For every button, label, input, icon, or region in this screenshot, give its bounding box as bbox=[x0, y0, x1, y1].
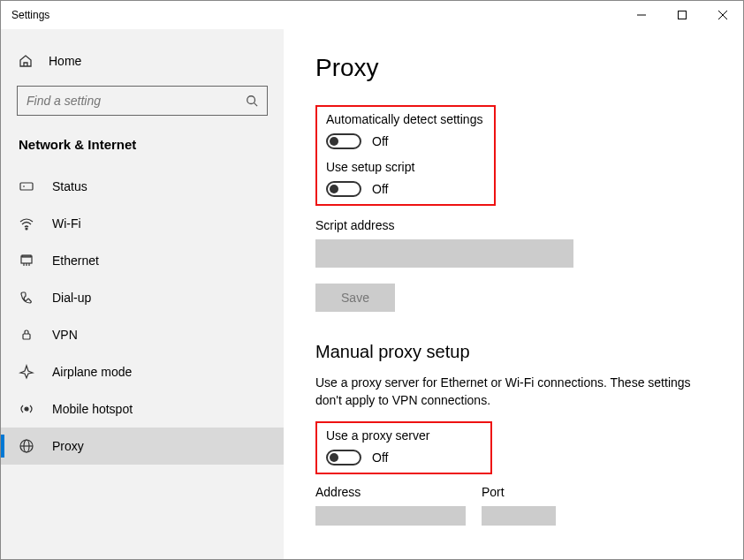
status-icon bbox=[19, 178, 34, 194]
maximize-icon bbox=[678, 11, 687, 19]
use-script-toggle[interactable] bbox=[326, 181, 361, 197]
script-address-input bbox=[315, 239, 573, 268]
airplane-icon bbox=[19, 364, 34, 380]
svg-point-4 bbox=[247, 96, 255, 104]
port-input bbox=[482, 506, 556, 526]
sidebar-item-label: Proxy bbox=[52, 439, 84, 453]
script-address-label: Script address bbox=[315, 218, 711, 232]
save-button: Save bbox=[315, 284, 395, 312]
sidebar-item-label: VPN bbox=[52, 328, 78, 342]
main-panel: Proxy Automatically detect settings Off … bbox=[284, 29, 743, 559]
minimize-button[interactable] bbox=[621, 1, 662, 29]
dialup-icon bbox=[19, 290, 34, 306]
highlight-auto-section: Automatically detect settings Off Use se… bbox=[315, 105, 496, 206]
home-icon bbox=[19, 54, 33, 68]
search-input[interactable] bbox=[27, 94, 246, 108]
svg-point-15 bbox=[25, 407, 28, 411]
search-icon bbox=[246, 95, 258, 107]
sidebar-item-hotspot[interactable]: Mobile hotspot bbox=[1, 390, 284, 428]
sidebar-item-label: Wi-Fi bbox=[52, 216, 81, 231]
use-proxy-state: Off bbox=[372, 450, 388, 465]
auto-detect-toggle[interactable] bbox=[326, 133, 361, 149]
svg-rect-1 bbox=[679, 11, 687, 19]
home-link[interactable]: Home bbox=[1, 45, 284, 77]
proxy-icon bbox=[19, 438, 34, 454]
close-icon bbox=[718, 11, 727, 19]
vpn-icon bbox=[19, 327, 34, 343]
sidebar-item-label: Status bbox=[52, 179, 87, 193]
sidebar-item-wifi[interactable]: Wi-Fi bbox=[1, 205, 284, 242]
home-label: Home bbox=[49, 54, 81, 68]
close-button[interactable] bbox=[702, 1, 743, 29]
maximize-button[interactable] bbox=[662, 1, 702, 29]
svg-rect-6 bbox=[20, 183, 33, 190]
highlight-manual-section: Use a proxy server Off bbox=[315, 421, 492, 474]
page-title: Proxy bbox=[315, 54, 711, 82]
hotspot-icon bbox=[19, 401, 34, 417]
svg-rect-14 bbox=[23, 334, 30, 339]
wifi-icon bbox=[19, 216, 34, 231]
minimize-icon bbox=[637, 11, 646, 19]
category-header: Network & Internet bbox=[1, 128, 284, 168]
use-proxy-toggle[interactable] bbox=[326, 450, 361, 465]
svg-point-8 bbox=[26, 228, 27, 230]
use-script-state: Off bbox=[372, 182, 388, 196]
sidebar-item-airplane[interactable]: Airplane mode bbox=[1, 353, 284, 390]
search-box[interactable] bbox=[17, 86, 268, 116]
sidebar-item-dialup[interactable]: Dial-up bbox=[1, 279, 284, 316]
sidebar-item-label: Ethernet bbox=[52, 254, 99, 268]
address-input bbox=[315, 506, 466, 526]
titlebar: Settings bbox=[1, 1, 743, 29]
manual-header: Manual proxy setup bbox=[315, 342, 711, 362]
port-label: Port bbox=[482, 485, 556, 499]
sidebar-item-vpn[interactable]: VPN bbox=[1, 316, 284, 353]
sidebar-item-ethernet[interactable]: Ethernet bbox=[1, 242, 284, 279]
manual-desc: Use a proxy server for Ethernet or Wi-Fi… bbox=[315, 375, 711, 409]
auto-detect-state: Off bbox=[372, 134, 388, 148]
sidebar-item-status[interactable]: Status bbox=[1, 168, 284, 205]
sidebar: Home Network & Internet Status Wi-Fi Eth… bbox=[1, 29, 284, 559]
svg-line-5 bbox=[254, 103, 258, 107]
auto-detect-label: Automatically detect settings bbox=[326, 112, 485, 126]
sidebar-item-label: Airplane mode bbox=[52, 365, 132, 379]
ethernet-icon bbox=[19, 253, 34, 269]
sidebar-item-label: Mobile hotspot bbox=[52, 402, 133, 416]
use-script-label: Use setup script bbox=[326, 160, 485, 174]
use-proxy-label: Use a proxy server bbox=[326, 428, 482, 443]
sidebar-item-label: Dial-up bbox=[52, 291, 91, 305]
sidebar-item-proxy[interactable]: Proxy bbox=[1, 428, 284, 465]
address-label: Address bbox=[315, 485, 466, 499]
window-title: Settings bbox=[11, 9, 49, 21]
